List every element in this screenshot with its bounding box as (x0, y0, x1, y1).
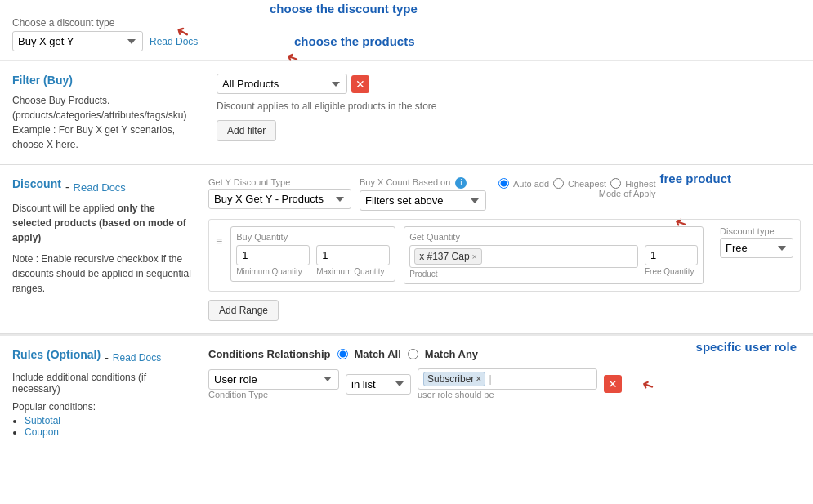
mode-auto-add-radio[interactable] (498, 178, 509, 189)
user-role-should-be-label: user role should be (418, 390, 597, 399)
user-roles-input-box[interactable]: Subscriber × | (418, 368, 597, 390)
filter-help-text: Discount applies to all eligible product… (217, 100, 801, 112)
popular-label: Popular conditions: (12, 401, 192, 413)
get-y-type-label: Get Y Discount Type (208, 177, 351, 187)
filter-example: Example : For Buy X get Y scenarios, cho… (12, 123, 192, 152)
product-tag-text: x #137 Cap (419, 251, 469, 262)
mode-cheapest-radio[interactable] (553, 178, 564, 189)
rules-read-docs[interactable]: Read Docs (113, 352, 161, 364)
filter-heading: Filter (Buy) (12, 74, 192, 87)
discount-read-docs[interactable]: Read Docs (74, 181, 126, 194)
annotation-discount-type: choose the discount type (270, 2, 418, 16)
mode-auto-add-label: Auto add (513, 179, 549, 189)
min-qty-label: Minimum Quantity (236, 267, 310, 276)
discount-type-label: Choose a discount type (12, 17, 198, 29)
mode-highest-label: Highest (625, 179, 655, 189)
mode-apply-label: Mode of Apply (498, 189, 655, 198)
product-tag-remove[interactable]: × (472, 252, 477, 261)
discount-dash: - (65, 181, 69, 194)
annotation-free-product: free product (659, 172, 731, 185)
rules-description: Include additional conditions (if necess… (12, 372, 192, 395)
conditions-rel-label: Conditions Relationship (208, 348, 331, 360)
rules-dash: - (105, 351, 109, 364)
mode-highest-radio[interactable] (610, 178, 621, 189)
filter-description: Choose Buy Products. (products/categorie… (12, 93, 192, 123)
subtotal-link[interactable]: Subtotal (25, 415, 60, 426)
match-all-radio[interactable] (337, 349, 348, 359)
product-tag: x #137 Cap × (414, 248, 482, 265)
rules-heading: Rules (Optional) (12, 348, 101, 361)
condition-type-label: Condition Type (208, 390, 339, 399)
info-icon[interactable]: i (455, 177, 467, 189)
product-label: Product (409, 270, 638, 279)
match-any-radio[interactable] (408, 349, 418, 359)
drag-handle[interactable]: ≡ (216, 226, 222, 248)
tag-text: Subscriber (427, 373, 474, 385)
free-qty-label: Free Quantity (645, 267, 698, 276)
tag-remove[interactable]: × (476, 373, 481, 385)
buy-qty-label: Buy Quantity (236, 232, 390, 242)
condition-type-select[interactable]: User role (208, 369, 339, 390)
get-y-type-select[interactable]: Buy X Get Y - Products (208, 189, 351, 209)
condition-operator-select[interactable]: in list (346, 374, 411, 395)
coupon-link[interactable]: Coupon (25, 426, 59, 438)
add-filter-button[interactable]: Add filter (217, 120, 276, 141)
get-qty-label: Get Quantity (409, 232, 698, 242)
discount-type-free-select[interactable]: Free (720, 238, 793, 258)
max-qty-label: Maximum Quantity (316, 267, 390, 276)
annotation-products: choose the products (294, 34, 415, 48)
subscriber-tag: Subscriber × (423, 372, 485, 386)
discount-heading: Discount (12, 177, 61, 190)
free-quantity-input[interactable]: 1 (645, 245, 698, 265)
buy-x-count-label: Buy X Count Based on i (360, 177, 486, 189)
discount-desc-2: Note : Enable recursive checkbox if the … (12, 252, 192, 296)
annotation-user-role: specific user role (696, 340, 797, 354)
clear-filter-button[interactable]: ✕ (351, 75, 369, 93)
buy-x-count-select[interactable]: Filters set above (360, 190, 486, 211)
discount-type-select[interactable]: Buy X get Y (12, 31, 143, 51)
product-filter-select[interactable]: All Products (217, 74, 347, 94)
min-quantity-input[interactable]: 1 (236, 245, 310, 265)
remove-condition-button[interactable]: ✕ (604, 375, 622, 393)
match-any-label: Match Any (425, 348, 478, 360)
discount-type-select-label: Discount type (720, 226, 793, 236)
add-range-button[interactable]: Add Range (208, 300, 279, 321)
match-all-label: Match All (355, 348, 401, 360)
mode-cheapest-label: Cheapest (568, 179, 606, 189)
max-quantity-input[interactable]: 1 (316, 245, 390, 265)
discount-desc-1: Discount will be applied only the select… (12, 201, 192, 245)
